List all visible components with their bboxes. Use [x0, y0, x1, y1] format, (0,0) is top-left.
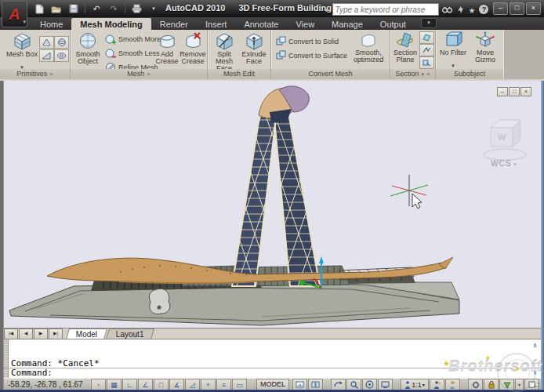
- tab-output[interactable]: Output: [372, 18, 415, 30]
- panel-label-subobject[interactable]: Subobject: [436, 69, 503, 79]
- convert-to-solid-button[interactable]: Convert to Solid: [276, 35, 339, 47]
- new-file-icon[interactable]: [33, 3, 45, 14]
- wcs-menu[interactable]: WCS: [491, 159, 517, 168]
- drawing-window-controls: [497, 87, 531, 96]
- drawing-minimize-button[interactable]: [497, 87, 508, 96]
- command-input[interactable]: Command:: [11, 368, 53, 378]
- command-window[interactable]: Command: *Cancel* Command: Command: *Can…: [3, 339, 541, 379]
- showmotion-button[interactable]: [378, 379, 393, 390]
- panel-flyout-icon[interactable]: [144, 70, 150, 78]
- close-button[interactable]: [526, 2, 541, 15]
- smooth-object-button[interactable]: Smooth Object: [72, 31, 103, 65]
- tab-insert[interactable]: Insert: [197, 18, 236, 30]
- autoscale-button[interactable]: [445, 379, 460, 390]
- next-tab-button[interactable]: [34, 328, 48, 339]
- no-filter-button[interactable]: No Filter: [437, 31, 469, 71]
- workspace-switching-button[interactable]: [468, 379, 483, 390]
- quick-view-layouts-button[interactable]: [292, 379, 307, 390]
- communication-center-icon[interactable]: [456, 5, 465, 14]
- mesh-torus-button[interactable]: [54, 49, 69, 62]
- panel-flyout-icon[interactable]: [424, 70, 430, 78]
- dynamic-input-button[interactable]: +: [201, 379, 216, 390]
- search-binoculars-icon[interactable]: [442, 5, 452, 13]
- add-jog-button[interactable]: [419, 44, 434, 56]
- polar-tracking-button[interactable]: ∠: [138, 379, 153, 390]
- panel-label-primitives[interactable]: Primitives: [0, 69, 70, 79]
- help-icon[interactable]: [479, 5, 488, 14]
- infocenter-collapse-icon[interactable]: [326, 6, 329, 13]
- coordinate-display[interactable]: -58.29, -26.78 , 61.67: [8, 380, 83, 389]
- panel-label-section[interactable]: Section: [390, 69, 435, 79]
- mesh-wedge-button[interactable]: [39, 49, 54, 62]
- tab-mesh-modeling[interactable]: Mesh Modeling: [71, 18, 151, 30]
- tab-model[interactable]: Model: [66, 328, 107, 339]
- generate-section-button[interactable]: [419, 56, 434, 69]
- open-file-icon[interactable]: [50, 3, 63, 14]
- lineweight-button[interactable]: ≡: [216, 379, 231, 390]
- plot-icon[interactable]: [130, 3, 143, 14]
- toolbar-separator: [125, 4, 125, 13]
- command-scrollbar: [531, 341, 539, 377]
- tab-render[interactable]: Render: [151, 18, 197, 30]
- live-section-button[interactable]: [419, 31, 434, 44]
- viewcube[interactable]: W: [484, 120, 526, 160]
- panel-label-mesh[interactable]: Mesh: [71, 69, 207, 79]
- status-tray-dropdown[interactable]: ▾: [515, 379, 524, 390]
- add-crease-button[interactable]: Add Crease: [154, 31, 180, 65]
- annotation-visibility-button[interactable]: [430, 379, 444, 390]
- quick-properties-button[interactable]: ▭: [232, 379, 247, 390]
- split-mesh-face-button[interactable]: Split Mesh Face: [209, 31, 239, 72]
- panel-flyout-icon[interactable]: [47, 70, 53, 78]
- panel-label-mesh-edit[interactable]: Mesh Edit: [208, 69, 270, 79]
- snap-button[interactable]: ▫: [91, 379, 106, 390]
- section-plane-button[interactable]: Section Plane: [390, 31, 420, 64]
- tab-home[interactable]: Home: [31, 18, 71, 30]
- steering-wheel-button[interactable]: [362, 379, 377, 390]
- convert-to-surface-button[interactable]: Convert to Surface: [276, 49, 347, 61]
- panel-label-convert-mesh[interactable]: Convert Mesh: [271, 69, 390, 79]
- zoom-button[interactable]: [346, 379, 361, 390]
- ortho-button[interactable]: ∟: [122, 379, 137, 390]
- ribbon-minimize-button[interactable]: [421, 18, 437, 28]
- dynamic-ucs-button[interactable]: ◿: [185, 379, 200, 390]
- quick-view-drawings-button[interactable]: [308, 379, 323, 390]
- model-space-button[interactable]: MODEL: [256, 379, 289, 390]
- mesh-box-button[interactable]: Mesh Box: [5, 31, 39, 72]
- pan-orbit-button[interactable]: [331, 379, 346, 390]
- first-tab-button[interactable]: [4, 328, 18, 339]
- object-snap-tracking-button[interactable]: ∡: [169, 379, 184, 390]
- maximize-button[interactable]: [510, 2, 524, 15]
- last-tab-button[interactable]: [49, 328, 63, 339]
- command-window-handle[interactable]: [3, 339, 9, 379]
- drawing-canvas[interactable]: W: [3, 81, 541, 328]
- undo-icon[interactable]: ↶: [90, 3, 103, 14]
- remove-crease-button[interactable]: Remove Crease: [179, 31, 207, 65]
- application-menu-button[interactable]: A: [2, 1, 27, 27]
- tab-view[interactable]: View: [287, 18, 323, 30]
- drawing-close-button[interactable]: [520, 87, 531, 96]
- tab-layout1[interactable]: Layout1: [106, 328, 154, 339]
- toolbar-lock-button[interactable]: [484, 379, 499, 390]
- extrude-face-button[interactable]: Extrude Face: [239, 31, 269, 65]
- drawing-restore-button[interactable]: [509, 87, 520, 96]
- favorites-star-icon[interactable]: [469, 2, 476, 16]
- object-snap-button[interactable]: □: [154, 379, 169, 390]
- smooth-less-button[interactable]: Smooth Less: [105, 47, 160, 59]
- mesh-cone-button[interactable]: [39, 36, 54, 49]
- grid-button[interactable]: ▦: [107, 379, 121, 390]
- tab-manage[interactable]: Manage: [323, 18, 372, 30]
- resize-grip[interactable]: [532, 382, 540, 390]
- search-input[interactable]: [332, 3, 439, 16]
- qat-dropdown-icon[interactable]: ▾: [147, 3, 160, 14]
- tab-annotate[interactable]: Annotate: [235, 18, 287, 30]
- annotation-scale-button[interactable]: 1:1▾: [401, 379, 429, 390]
- mesh-sphere-button[interactable]: [54, 36, 69, 49]
- prev-tab-button[interactable]: [19, 328, 33, 339]
- scroll-down-icon[interactable]: [531, 368, 539, 377]
- scroll-up-icon[interactable]: [531, 341, 539, 350]
- smooth-more-button[interactable]: Smooth More: [105, 33, 161, 45]
- isolate-objects-button[interactable]: [499, 379, 514, 390]
- minimize-button[interactable]: [493, 2, 508, 15]
- save-icon[interactable]: [67, 3, 80, 14]
- redo-icon[interactable]: ↷: [107, 3, 120, 14]
